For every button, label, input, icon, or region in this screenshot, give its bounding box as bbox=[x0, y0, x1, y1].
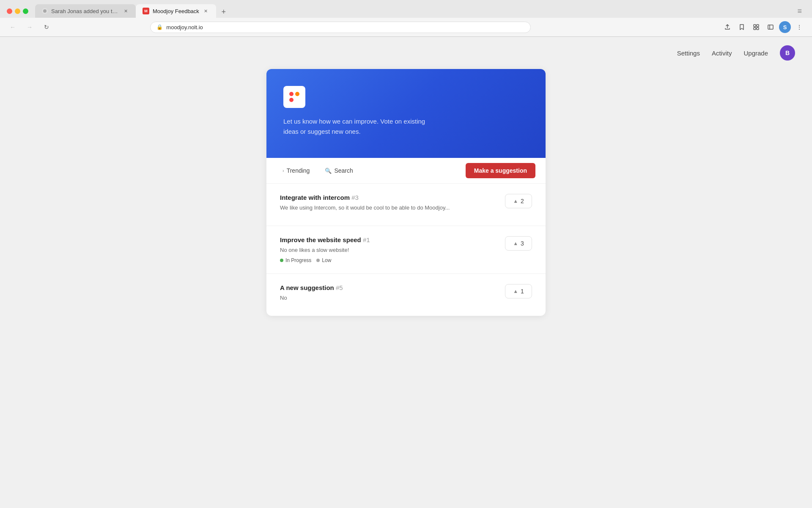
priority-label: Low bbox=[322, 257, 331, 263]
suggestion-description: No bbox=[280, 294, 498, 302]
url-text: moodjoy.nolt.io bbox=[166, 24, 524, 30]
browser-more-icon[interactable]: ⋮ bbox=[793, 21, 805, 33]
search-button[interactable]: 🔍 Search bbox=[319, 164, 359, 177]
extensions-icon[interactable] bbox=[750, 21, 762, 33]
bookmark-icon[interactable] bbox=[736, 21, 748, 33]
traffic-lights bbox=[7, 8, 28, 14]
upvote-icon: ▲ bbox=[513, 240, 518, 246]
logo-dot-2 bbox=[295, 92, 299, 96]
search-label: Search bbox=[334, 167, 353, 174]
suggestion-item: A new suggestion #5 No ▲ 1 bbox=[266, 274, 546, 316]
page-content: Settings Activity Upgrade B Let us know … bbox=[0, 37, 812, 508]
logo-dots bbox=[289, 92, 299, 102]
vote-button[interactable]: ▲ 2 bbox=[505, 194, 532, 208]
upvote-icon: ▲ bbox=[513, 198, 518, 204]
minimize-window-button[interactable] bbox=[15, 8, 20, 14]
suggestion-content: A new suggestion #5 No bbox=[280, 284, 498, 306]
browser-tab-notification[interactable]: Sarah Jonas added you to the ✕ bbox=[35, 4, 136, 18]
logo-dot-3 bbox=[289, 98, 294, 102]
status-label: In Progress bbox=[285, 257, 311, 263]
vote-button[interactable]: ▲ 1 bbox=[505, 284, 532, 298]
suggestions-toolbar: › Trending 🔍 Search Make a suggestion bbox=[266, 158, 546, 184]
chevron-right-icon: › bbox=[283, 168, 284, 173]
forward-button[interactable]: → bbox=[24, 21, 36, 33]
low-dot bbox=[316, 259, 320, 262]
suggestion-id: #3 bbox=[351, 194, 359, 201]
share-icon[interactable] bbox=[721, 21, 733, 33]
svg-rect-3 bbox=[754, 28, 756, 30]
upgrade-link[interactable]: Upgrade bbox=[743, 50, 768, 57]
tab-favicon-notification bbox=[42, 8, 48, 14]
tab-label-notification: Sarah Jonas added you to the bbox=[51, 8, 119, 14]
tab-favicon-moodjoy: M bbox=[143, 8, 149, 14]
browser-menu-button[interactable]: ≡ bbox=[794, 5, 806, 17]
suggestion-description: No one likes a slow website! bbox=[280, 246, 498, 254]
browser-profile-avatar[interactable]: S bbox=[779, 21, 791, 33]
tab-close-notification[interactable]: ✕ bbox=[122, 8, 129, 14]
svg-point-0 bbox=[43, 9, 47, 13]
suggestion-item: Integrate with intercom #3 We like using… bbox=[266, 184, 546, 226]
activity-link[interactable]: Activity bbox=[712, 50, 732, 57]
make-suggestion-button[interactable]: Make a suggestion bbox=[466, 163, 535, 178]
suggestion-id: #5 bbox=[336, 284, 343, 291]
suggestion-title-text: A new suggestion bbox=[280, 284, 336, 291]
sidebar-icon[interactable] bbox=[765, 21, 776, 33]
suggestion-title: Integrate with intercom #3 bbox=[280, 194, 498, 201]
suggestions-list: Integrate with intercom #3 We like using… bbox=[266, 184, 546, 316]
settings-link[interactable]: Settings bbox=[677, 50, 700, 57]
suggestion-item: Improve the website speed #1 No one like… bbox=[266, 226, 546, 274]
svg-rect-5 bbox=[768, 25, 773, 29]
top-navigation: Settings Activity Upgrade B bbox=[0, 37, 812, 69]
in-progress-dot bbox=[280, 259, 283, 262]
suggestion-title: Improve the website speed #1 bbox=[280, 236, 498, 243]
app-logo bbox=[283, 86, 305, 108]
user-avatar[interactable]: B bbox=[780, 45, 795, 61]
svg-rect-2 bbox=[757, 25, 759, 27]
suggestion-title-text: Improve the website speed bbox=[280, 236, 363, 243]
vote-count: 2 bbox=[521, 198, 524, 204]
main-container: Let us know how we can improve. Vote on … bbox=[0, 69, 812, 333]
suggestion-description: We like using Intercom, so it would be c… bbox=[280, 204, 498, 212]
close-window-button[interactable] bbox=[7, 8, 12, 14]
suggestion-content: Integrate with intercom #3 We like using… bbox=[280, 194, 498, 215]
search-icon: 🔍 bbox=[325, 168, 332, 174]
toolbar-right-icons: S ⋮ bbox=[721, 21, 805, 33]
status-tag-in-progress: In Progress bbox=[280, 257, 311, 263]
new-tab-button[interactable]: + bbox=[218, 6, 230, 18]
tab-close-moodjoy[interactable]: ✕ bbox=[203, 8, 209, 14]
suggestion-id: #1 bbox=[363, 236, 370, 243]
hero-tagline: Let us know how we can improve. Vote on … bbox=[283, 116, 427, 137]
maximize-window-button[interactable] bbox=[23, 8, 28, 14]
browser-toolbar: ← → ↻ 🔒 moodjoy.nolt.io bbox=[0, 18, 812, 36]
address-bar[interactable]: 🔒 moodjoy.nolt.io bbox=[150, 22, 531, 33]
browser-chrome: Sarah Jonas added you to the ✕ M Moodjoy… bbox=[0, 0, 812, 37]
reload-button[interactable]: ↻ bbox=[41, 21, 52, 33]
suggestion-title: A new suggestion #5 bbox=[280, 284, 498, 291]
svg-rect-4 bbox=[757, 28, 759, 30]
hero-banner: Let us know how we can improve. Vote on … bbox=[266, 69, 546, 158]
suggestion-title-text: Integrate with intercom bbox=[280, 194, 351, 201]
browser-tab-moodjoy[interactable]: M Moodjoy Feedback ✕ bbox=[136, 4, 216, 18]
logo-dot-4 bbox=[295, 98, 299, 102]
logo-dot-1 bbox=[289, 92, 294, 96]
suggestion-tags: In Progress Low bbox=[280, 257, 498, 263]
browser-tabs: Sarah Jonas added you to the ✕ M Moodjoy… bbox=[35, 4, 411, 18]
tab-label-moodjoy: Moodjoy Feedback bbox=[153, 8, 199, 14]
vote-button[interactable]: ▲ 3 bbox=[505, 236, 532, 251]
back-button[interactable]: ← bbox=[7, 21, 19, 33]
vote-count: 1 bbox=[521, 288, 524, 295]
browser-titlebar: Sarah Jonas added you to the ✕ M Moodjoy… bbox=[0, 0, 812, 18]
content-card: Let us know how we can improve. Vote on … bbox=[266, 69, 546, 316]
trending-label: Trending bbox=[287, 167, 310, 174]
priority-tag-low: Low bbox=[316, 257, 331, 263]
suggestion-content: Improve the website speed #1 No one like… bbox=[280, 236, 498, 264]
svg-rect-1 bbox=[754, 25, 756, 27]
trending-tab[interactable]: › Trending bbox=[277, 164, 315, 177]
upvote-icon: ▲ bbox=[513, 288, 518, 294]
lock-icon: 🔒 bbox=[156, 24, 163, 30]
vote-count: 3 bbox=[521, 240, 524, 247]
